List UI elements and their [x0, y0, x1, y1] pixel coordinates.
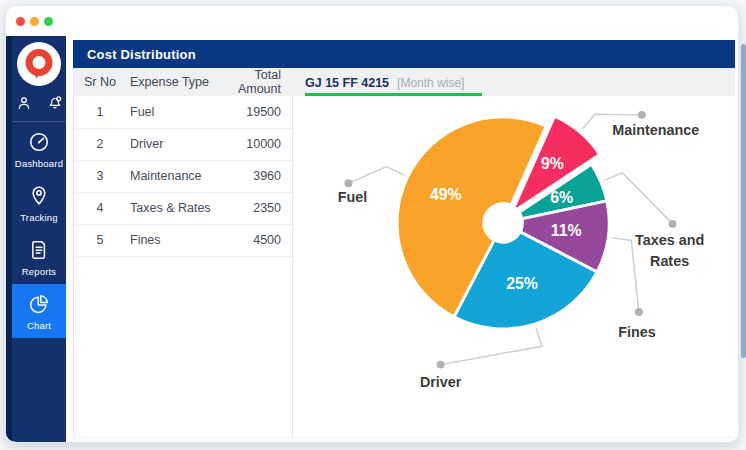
cell-total-amount: 19500 — [222, 96, 294, 128]
chart-title-bar: GJ 15 FF 4215 [Month wise] — [293, 68, 735, 96]
sidebar-item-label: Chart — [27, 320, 51, 331]
table-row: 4Taxes & Rates2350 — [74, 192, 294, 224]
cell-sr-no: 4 — [74, 192, 126, 224]
chart-title-underline: GJ 15 FF 4215 [Month wise] — [305, 71, 482, 96]
close-button[interactable] — [16, 17, 25, 26]
slice-percent-label: 25% — [506, 275, 538, 292]
slice-label: Taxes andRates — [635, 232, 704, 269]
page-header: Cost Distribution — [73, 40, 735, 68]
slice-percent-label: 49% — [430, 186, 462, 203]
cell-total-amount: 3960 — [222, 160, 294, 192]
cell-sr-no: 1 — [74, 96, 126, 128]
speedometer-icon — [27, 130, 51, 154]
slice-label: Maintenance — [612, 122, 699, 138]
location-pin-icon — [27, 184, 51, 208]
month-wise-label: [Month wise] — [397, 76, 464, 90]
cell-sr-no: 5 — [74, 224, 126, 256]
cell-expense-type: Maintenance — [126, 160, 222, 192]
sidebar-item-label: Reports — [22, 266, 57, 277]
table-header-row: Sr No Expense Type Total Amount — [74, 68, 294, 96]
app-window: DashboardTrackingReportsChart Cost Distr… — [6, 6, 738, 442]
chart-panel: GJ 15 FF 4215 [Month wise] 9%Maintenance… — [293, 68, 735, 437]
sidebar-item-tracking[interactable]: Tracking — [12, 176, 66, 230]
cell-expense-type: Taxes & Rates — [126, 192, 222, 224]
leader-line — [348, 167, 403, 184]
slice-percent-label: 9% — [541, 155, 564, 172]
notification-badge — [56, 97, 60, 101]
donut-hole — [482, 202, 524, 244]
vehicle-number-label: GJ 15 FF 4215 — [305, 76, 389, 90]
pie-chart-svg: 9%Maintenance6%Taxes andRates11%Fines25%… — [293, 96, 735, 437]
cell-total-amount: 10000 — [222, 128, 294, 160]
window-body: DashboardTrackingReportsChart Cost Distr… — [6, 36, 738, 442]
leader-dot — [437, 361, 445, 369]
cell-total-amount: 2350 — [222, 192, 294, 224]
page-title: Cost Distribution — [87, 47, 196, 62]
window-titlebar — [6, 6, 738, 36]
table-row: 5Fines4500 — [74, 224, 294, 256]
slice-label: Driver — [420, 374, 462, 390]
user-icon[interactable] — [15, 94, 33, 112]
sidebar-rail: DashboardTrackingReportsChart — [12, 36, 66, 442]
app-logo[interactable] — [17, 42, 61, 86]
leader-line — [441, 328, 542, 364]
slice-label: Fines — [618, 324, 656, 340]
sidebar: DashboardTrackingReportsChart — [6, 36, 66, 442]
page-background: DashboardTrackingReportsChart Cost Distr… — [0, 0, 746, 450]
logo-glyph-icon — [17, 42, 61, 86]
cell-sr-no: 2 — [74, 128, 126, 160]
leader-dot — [345, 179, 353, 187]
leader-line — [605, 173, 673, 224]
sidebar-item-reports[interactable]: Reports — [12, 230, 66, 284]
sidebar-item-dashboard[interactable]: Dashboard — [12, 122, 66, 176]
main-content: Cost Distribution Sr No Expense Type Tot… — [66, 36, 738, 442]
cell-total-amount: 4500 — [222, 224, 294, 256]
table-row: 2Driver10000 — [74, 128, 294, 160]
sidebar-item-label: Tracking — [20, 212, 58, 223]
table-row: 3Maintenance3960 — [74, 160, 294, 192]
scrollbar[interactable] — [741, 44, 746, 358]
column-header-total-amount: Total Amount — [222, 68, 294, 96]
leader-dot — [669, 220, 677, 228]
pie-chart-icon — [27, 292, 51, 316]
column-header-expense-type: Expense Type — [126, 68, 222, 96]
pie-chart: 9%Maintenance6%Taxes andRates11%Fines25%… — [293, 96, 735, 437]
sidebar-nav: DashboardTrackingReportsChart — [12, 122, 66, 338]
sidebar-item-chart[interactable]: Chart — [12, 284, 66, 338]
cell-expense-type: Fines — [126, 224, 222, 256]
leader-dot — [638, 111, 646, 119]
expense-table-panel: Sr No Expense Type Total Amount 1Fuel195… — [73, 68, 293, 437]
slice-percent-label: 11% — [551, 222, 582, 239]
traffic-lights — [16, 17, 53, 26]
slice-label: Fuel — [338, 189, 368, 205]
expense-table: Sr No Expense Type Total Amount 1Fuel195… — [74, 68, 294, 257]
leader-dot — [635, 308, 643, 316]
cell-expense-type: Fuel — [126, 96, 222, 128]
content-panels: Sr No Expense Type Total Amount 1Fuel195… — [73, 68, 735, 438]
slice-percent-label: 6% — [550, 189, 573, 206]
leader-line — [612, 238, 639, 312]
column-header-sr-no: Sr No — [74, 68, 126, 96]
table-row: 1Fuel19500 — [74, 96, 294, 128]
cell-sr-no: 3 — [74, 160, 126, 192]
sidebar-mini-icons — [15, 94, 64, 112]
notification-bell-icon[interactable] — [46, 94, 64, 112]
maximize-button[interactable] — [44, 17, 53, 26]
expense-table-body: 1Fuel195002Driver100003Maintenance39604T… — [74, 96, 294, 256]
cell-expense-type: Driver — [126, 128, 222, 160]
minimize-button[interactable] — [30, 17, 39, 26]
sidebar-item-label: Dashboard — [15, 158, 63, 169]
report-icon — [27, 238, 51, 262]
